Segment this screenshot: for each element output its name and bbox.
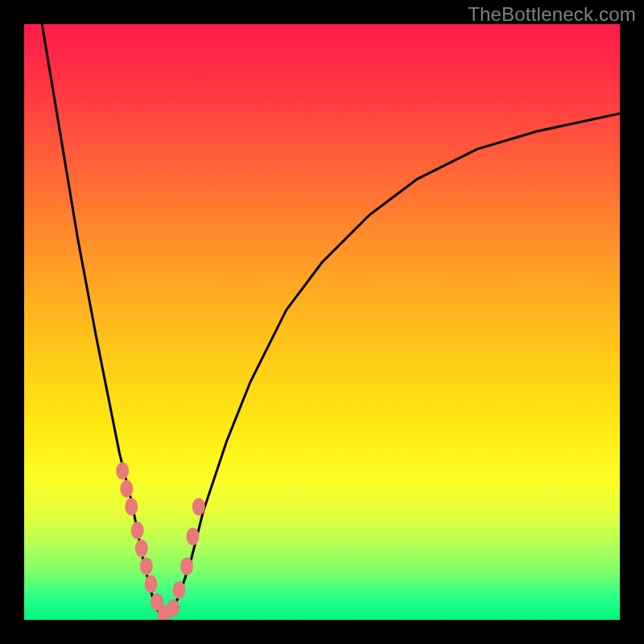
highlight-dot bbox=[140, 557, 153, 575]
plot-area bbox=[24, 24, 620, 620]
highlight-dot bbox=[186, 527, 199, 545]
highlight-dot bbox=[145, 576, 158, 593]
curve-layer bbox=[24, 24, 620, 620]
highlight-dot bbox=[116, 462, 129, 480]
highlight-dot bbox=[167, 599, 180, 617]
watermark-text: TheBottleneck.com bbox=[468, 3, 636, 26]
highlight-dot bbox=[135, 539, 148, 557]
highlight-dot bbox=[180, 557, 193, 575]
highlight-dot bbox=[192, 497, 205, 515]
highlight-dot bbox=[151, 593, 163, 611]
highlight-dot bbox=[172, 581, 185, 599]
chart-frame: TheBottleneck.com bbox=[0, 0, 644, 644]
highlight-dot bbox=[125, 497, 138, 515]
highlight-dot bbox=[120, 480, 133, 497]
highlight-dots-group bbox=[116, 462, 205, 620]
highlight-dot bbox=[131, 522, 144, 539]
bottleneck-curve bbox=[42, 24, 620, 620]
highlight-dot bbox=[158, 605, 171, 620]
